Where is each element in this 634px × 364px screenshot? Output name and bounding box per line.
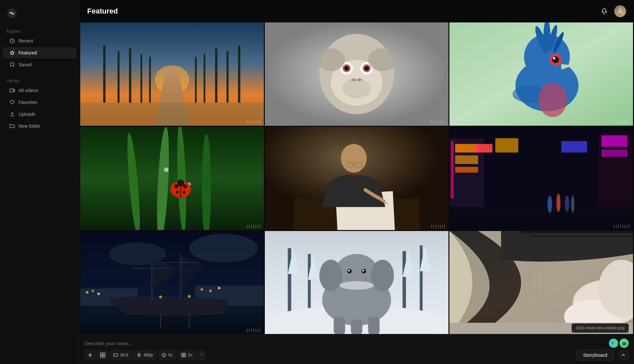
avatar-pill-1: 🎭 bbox=[609, 339, 618, 348]
sidebar-item-uploads[interactable]: Uploads bbox=[3, 109, 76, 120]
prompt-area: 🎭 🎬 bbox=[85, 335, 629, 349]
sidebar-logo[interactable] bbox=[0, 5, 79, 26]
ratio-icon bbox=[113, 353, 118, 357]
video-card-elephant[interactable]: ||||||| bbox=[265, 231, 448, 334]
video-grid-area: ||||||| bbox=[79, 22, 634, 364]
grid-icon bbox=[181, 353, 186, 357]
video-card-ship[interactable]: ||||||| bbox=[80, 231, 264, 334]
folder-icon bbox=[9, 123, 15, 129]
svg-rect-3 bbox=[10, 89, 13, 92]
video-card-writer[interactable]: ||||||| bbox=[265, 127, 448, 230]
video-card-street[interactable]: |||||||| bbox=[449, 127, 633, 230]
upload-badge-text: 1024-reset-intro-mobile.png bbox=[576, 326, 624, 330]
sidebar-divider bbox=[0, 71, 79, 76]
clock-icon bbox=[9, 38, 15, 44]
svg-rect-154 bbox=[100, 355, 102, 357]
svg-rect-155 bbox=[103, 355, 105, 357]
heart-icon bbox=[9, 99, 15, 105]
video-duration-1: ||||||| bbox=[246, 120, 261, 124]
aspect-ratio-button[interactable]: 16:9 bbox=[110, 350, 132, 360]
svg-rect-160 bbox=[184, 353, 186, 355]
add-button[interactable] bbox=[85, 350, 96, 360]
bottom-bar: 1024-reset-intro-mobile.png 🎭 🎬 bbox=[79, 334, 634, 364]
video-duration-8: ||||||| bbox=[431, 328, 446, 332]
avatar-pill-2: 🎬 bbox=[619, 339, 629, 348]
sidebar-item-featured[interactable]: Featured bbox=[3, 47, 76, 58]
video-duration-3: ||||||| bbox=[615, 120, 630, 124]
svg-point-1 bbox=[11, 12, 13, 14]
app-logo-icon bbox=[7, 8, 17, 18]
storyboard-icon-button[interactable] bbox=[97, 350, 108, 360]
sidebar-item-recent[interactable]: Recent bbox=[3, 35, 76, 47]
svg-point-4 bbox=[619, 9, 621, 12]
plus-icon bbox=[88, 352, 93, 358]
star-icon bbox=[9, 50, 15, 56]
main-content: Featured bbox=[79, 0, 634, 364]
variant-button[interactable]: 2v bbox=[178, 350, 196, 360]
upload-icon bbox=[9, 111, 15, 117]
svg-rect-162 bbox=[184, 355, 186, 357]
video-card-monkey[interactable]: ||||||| bbox=[265, 22, 448, 126]
video-duration-2: ||||||| bbox=[431, 120, 446, 124]
avatar[interactable] bbox=[614, 5, 626, 17]
sidebar-item-new-folder[interactable]: New folder bbox=[3, 120, 76, 132]
toolbar: 16:9 480p 5s bbox=[85, 349, 629, 364]
sidebar-item-featured-label: Featured bbox=[18, 50, 37, 55]
svg-rect-153 bbox=[103, 353, 105, 355]
variant-label: 2v bbox=[188, 352, 193, 357]
sidebar: Explore Recent Featured Saved Library bbox=[0, 0, 79, 364]
sidebar-item-favorites[interactable]: Favorites bbox=[3, 97, 76, 108]
aspect-ratio-label: 16:9 bbox=[120, 352, 128, 357]
sidebar-item-recent-label: Recent bbox=[18, 38, 33, 44]
upload-badge: 1024-reset-intro-mobile.png bbox=[572, 323, 629, 333]
svg-rect-159 bbox=[182, 353, 183, 355]
storyboard-button[interactable]: Storyboard bbox=[576, 349, 614, 361]
sidebar-item-all-videos[interactable]: All videos bbox=[3, 85, 76, 96]
sidebar-item-new-folder-label: New folder bbox=[18, 123, 41, 129]
video-card-forest-road[interactable]: ||||||| bbox=[80, 22, 264, 126]
quality-label: 480p bbox=[143, 352, 153, 357]
bell-icon bbox=[601, 8, 608, 15]
video-duration-5: ||||||| bbox=[431, 224, 446, 228]
page-title: Featured bbox=[87, 7, 118, 16]
chevron-up-icon bbox=[621, 353, 626, 357]
scroll-up-button[interactable] bbox=[618, 350, 629, 360]
video-duration-4: ||||||| bbox=[246, 224, 261, 228]
library-section-label: Library bbox=[0, 76, 79, 84]
clock-tool-icon bbox=[161, 353, 166, 357]
explore-section-label: Explore bbox=[0, 26, 79, 35]
help-icon: ? bbox=[200, 352, 203, 357]
svg-rect-152 bbox=[100, 353, 102, 355]
header-actions bbox=[598, 5, 626, 17]
quality-button[interactable]: 480p bbox=[133, 350, 157, 360]
notification-button[interactable] bbox=[598, 5, 610, 17]
duration-label: 5s bbox=[168, 352, 173, 357]
sidebar-item-all-videos-label: All videos bbox=[18, 88, 38, 93]
video-card-ladybug[interactable]: ||||||| bbox=[80, 127, 264, 230]
sidebar-item-uploads-label: Uploads bbox=[18, 112, 35, 117]
svg-rect-161 bbox=[182, 355, 183, 357]
bookmark-icon bbox=[9, 62, 15, 68]
svg-rect-156 bbox=[114, 354, 118, 356]
diamond-icon bbox=[137, 353, 141, 357]
help-button[interactable]: ? bbox=[197, 350, 206, 360]
duration-button[interactable]: 5s bbox=[158, 350, 176, 360]
user-icon bbox=[616, 8, 624, 15]
avatar-pills: 🎭 🎬 bbox=[609, 339, 629, 348]
video-card-bird[interactable]: ||||||| bbox=[449, 22, 633, 126]
storyboard-icon bbox=[100, 352, 105, 358]
sidebar-item-saved[interactable]: Saved bbox=[3, 59, 76, 70]
header: Featured bbox=[79, 0, 634, 22]
prompt-input[interactable] bbox=[85, 341, 605, 346]
video-duration-7: ||||||| bbox=[246, 328, 261, 332]
sidebar-item-saved-label: Saved bbox=[18, 62, 32, 67]
video-grid: ||||||| bbox=[79, 22, 634, 364]
video-duration-6: |||||||| bbox=[613, 224, 630, 228]
video-icon bbox=[9, 87, 15, 93]
sidebar-item-favorites-label: Favorites bbox=[18, 100, 38, 105]
video-card-architecture[interactable]: ||||||| bbox=[449, 231, 633, 334]
